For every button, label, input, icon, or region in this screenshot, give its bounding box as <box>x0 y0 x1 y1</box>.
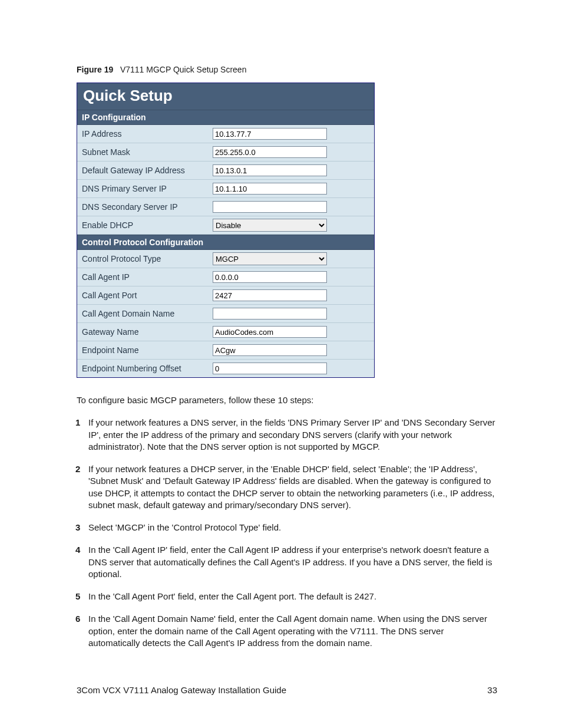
row-dns-secondary: DNS Secondary Server IP <box>77 198 374 216</box>
label-ip-address: IP Address <box>77 129 213 139</box>
label-enable-dhcp: Enable DHCP <box>77 220 213 230</box>
label-gateway-name: Gateway Name <box>77 327 213 337</box>
label-call-agent-port: Call Agent Port <box>77 291 213 300</box>
row-gateway-name: Gateway Name <box>77 323 374 341</box>
quick-setup-panel: Quick Setup IP Configuration IP Address … <box>77 83 375 378</box>
select-enable-dhcp[interactable]: Disable <box>213 219 327 232</box>
label-dns-primary: DNS Primary Server IP <box>77 184 213 193</box>
row-endpoint-name: Endpoint Name <box>77 341 374 360</box>
label-subnet-mask: Subnet Mask <box>77 147 213 157</box>
row-enable-dhcp: Enable DHCP Disable <box>77 216 374 235</box>
input-call-agent-port[interactable] <box>213 289 327 301</box>
row-subnet-mask: Subnet Mask <box>77 143 374 162</box>
step-5: In the 'Call Agent Port' field, enter th… <box>77 591 497 602</box>
figure-caption-text: V7111 MGCP Quick Setup Screen <box>120 65 247 74</box>
section-header-ip-config: IP Configuration <box>77 110 374 125</box>
figure-caption: Figure 19 V7111 MGCP Quick Setup Screen <box>77 65 497 74</box>
page-number: 33 <box>487 685 497 695</box>
row-ip-address: IP Address <box>77 125 374 143</box>
step-4: In the 'Call Agent IP' field, enter the … <box>77 544 497 580</box>
row-endpoint-numbering-offset: Endpoint Numbering Offset <box>77 360 374 377</box>
input-call-agent-ip[interactable] <box>213 271 327 283</box>
input-endpoint-name[interactable] <box>213 344 327 356</box>
input-endpoint-numbering-offset[interactable] <box>213 363 327 374</box>
label-call-agent-ip: Call Agent IP <box>77 272 213 282</box>
label-endpoint-name: Endpoint Name <box>77 345 213 355</box>
label-endpoint-numbering-offset: Endpoint Numbering Offset <box>77 364 213 373</box>
figure-label: Figure 19 <box>77 65 113 74</box>
section-header-control-protocol: Control Protocol Configuration <box>77 235 374 250</box>
step-2: If your network features a DHCP server, … <box>77 463 497 511</box>
footer-title: 3Com VCX V7111 Analog Gateway Installati… <box>77 685 286 695</box>
step-6: In the 'Call Agent Domain Name' field, e… <box>77 613 497 649</box>
input-dns-primary[interactable] <box>213 183 327 195</box>
step-1: If your network features a DNS server, i… <box>77 417 497 453</box>
intro-text: To configure basic MGCP parameters, foll… <box>77 394 497 406</box>
select-control-protocol-type[interactable]: MGCP <box>213 252 327 265</box>
input-gateway-name[interactable] <box>213 326 327 338</box>
input-subnet-mask[interactable] <box>213 146 327 158</box>
label-control-protocol-type: Control Protocol Type <box>77 254 213 263</box>
label-call-agent-domain: Call Agent Domain Name <box>77 309 213 318</box>
input-call-agent-domain[interactable] <box>213 308 327 319</box>
input-dns-secondary[interactable] <box>213 201 327 213</box>
row-call-agent-port: Call Agent Port <box>77 286 374 305</box>
row-control-protocol-type: Control Protocol Type MGCP <box>77 250 374 268</box>
input-ip-address[interactable] <box>213 128 327 140</box>
label-dns-secondary: DNS Secondary Server IP <box>77 202 213 212</box>
row-call-agent-ip: Call Agent IP <box>77 268 374 286</box>
label-default-gateway: Default Gateway IP Address <box>77 166 213 175</box>
step-list: If your network features a DNS server, i… <box>77 417 497 649</box>
page-footer: 3Com VCX V7111 Analog Gateway Installati… <box>77 685 497 695</box>
row-call-agent-domain: Call Agent Domain Name <box>77 305 374 323</box>
row-dns-primary: DNS Primary Server IP <box>77 180 374 198</box>
panel-title: Quick Setup <box>77 83 374 110</box>
document-page: Figure 19 V7111 MGCP Quick Setup Screen … <box>0 0 562 728</box>
input-default-gateway[interactable] <box>213 164 327 176</box>
step-3: Select 'MGCP' in the 'Control Protocol T… <box>77 522 497 533</box>
row-default-gateway: Default Gateway IP Address <box>77 162 374 180</box>
